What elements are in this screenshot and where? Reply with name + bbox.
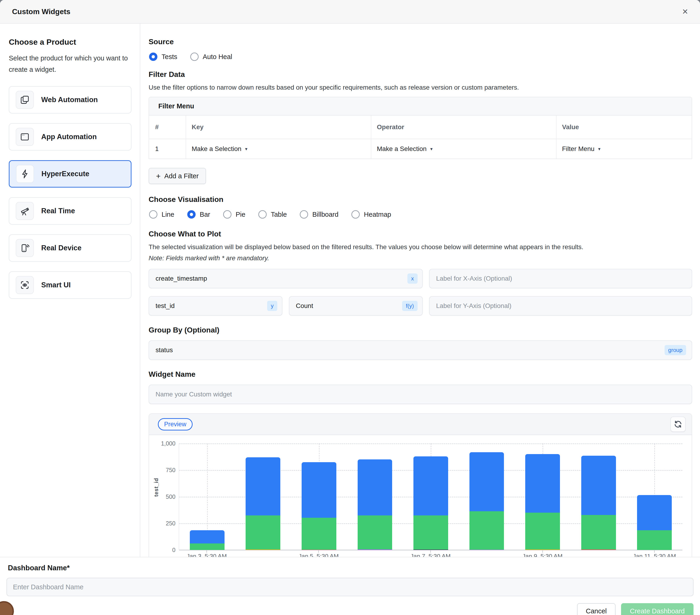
filter-column-header: Key <box>186 115 371 139</box>
windows-stack-icon <box>16 91 34 109</box>
bar-slot <box>403 443 459 550</box>
chevron-down-icon: ▾ <box>245 146 248 152</box>
radio-selected-icon <box>187 210 196 219</box>
refresh-icon <box>674 420 682 428</box>
filter-column-header: Value <box>557 115 692 139</box>
source-radio-auto-heal[interactable]: Auto Heal <box>190 52 232 61</box>
stacked-bar-jan-10[interactable] <box>581 456 616 550</box>
y-tick-label: 0 <box>152 547 175 553</box>
product-label: Real Time <box>41 207 75 215</box>
bar-segment-queued <box>525 550 560 550</box>
radio-label: Bar <box>200 211 210 218</box>
sidebar-item-app-automation[interactable]: App Automation <box>9 123 132 150</box>
group-by-title: Group By (Optional) <box>149 326 692 334</box>
preview-header: Preview <box>149 414 692 435</box>
widget-name-placeholder: Name your Custom widget <box>155 391 232 398</box>
value-select[interactable]: Filter Menu▾ <box>562 145 600 152</box>
visualisation-radio-pie[interactable]: Pie <box>223 210 245 219</box>
widget-name-input[interactable]: Name your Custom widget <box>149 385 692 404</box>
operator-select[interactable]: Make a Selection▾ <box>377 145 433 152</box>
radio-label: Billboard <box>312 211 338 218</box>
add-filter-button[interactable]: + Add a Filter <box>149 168 206 184</box>
refresh-button[interactable] <box>670 417 686 432</box>
modal-body: Choose a Product Select the product for … <box>0 24 700 557</box>
aggregate-function-field[interactable]: Count f(y) <box>289 296 423 316</box>
x-tick-label: Jan 11, 5:30 AM <box>633 553 676 557</box>
visualisation-radio-billboard[interactable]: Billboard <box>300 210 338 219</box>
radio-unselected-icon <box>351 210 360 219</box>
bar-slot <box>347 443 403 550</box>
stacked-bar-jan-7[interactable] <box>413 456 448 550</box>
widget-form: Source TestsAuto Heal Filter Data Use th… <box>140 24 700 557</box>
visualisation-radio-line[interactable]: Line <box>149 210 174 219</box>
filter-table: Filter Menu #KeyOperatorValue 1Make a Se… <box>149 97 692 159</box>
filter-column-header: # <box>149 115 186 139</box>
modal-title: Custom Widgets <box>12 8 70 16</box>
sidebar-item-real-device[interactable]: Real Device <box>9 234 132 262</box>
stacked-bar-jan-3[interactable] <box>190 530 225 550</box>
key-select[interactable]: Make a Selection▾ <box>192 145 248 152</box>
stacked-bar-jan-9[interactable] <box>525 454 560 550</box>
visualisation-radio-heatmap[interactable]: Heatmap <box>351 210 391 219</box>
chevron-down-icon: ▾ <box>430 146 433 152</box>
product-label: HyperExecute <box>41 170 89 178</box>
radio-label: Auto Heal <box>203 53 232 61</box>
cancel-button[interactable]: Cancel <box>577 603 615 615</box>
widget-name-title: Widget Name <box>149 370 692 379</box>
preview-card: Preview 02505007501,000Jan 3, 5:30 AMJan… <box>149 413 692 557</box>
bar-slot <box>235 443 291 550</box>
bar-segment-passed <box>470 452 504 511</box>
source-title: Source <box>149 37 692 46</box>
group-by-field[interactable]: status group <box>149 340 692 360</box>
x-axis-field[interactable]: create_timestamp x <box>149 269 423 288</box>
preview-chip[interactable]: Preview <box>158 418 192 430</box>
bar-slot <box>179 443 235 550</box>
plot-fields: create_timestamp x Label for X-Axis (Opt… <box>149 269 692 316</box>
create-dashboard-button[interactable]: Create Dashboard <box>621 603 693 615</box>
radio-label: Pie <box>236 211 245 218</box>
visualisation-radio-table[interactable]: Table <box>258 210 287 219</box>
close-icon[interactable]: × <box>682 7 688 16</box>
sidebar-item-web-automation[interactable]: Web Automation <box>9 86 132 113</box>
stacked-bar-jan-5[interactable] <box>302 462 336 550</box>
sidebar-item-hyperexecute[interactable]: HyperExecute <box>9 160 132 187</box>
plot-area <box>179 443 683 550</box>
x-tick-label: Jan 5, 5:30 AM <box>299 553 339 557</box>
visualisation-title: Choose Visualisation <box>149 195 692 204</box>
source-radio-tests[interactable]: Tests <box>149 52 177 61</box>
stacked-bar-jan-8[interactable] <box>470 452 504 550</box>
dashboard-name-input[interactable]: Enter Dashboard Name <box>7 578 693 596</box>
chart-area: 02505007501,000Jan 3, 5:30 AMJan 5, 5:30… <box>149 435 692 557</box>
radio-selected-icon <box>149 52 158 61</box>
bar-segment-running <box>470 550 504 550</box>
filter-menu-header: Filter Menu <box>149 97 692 115</box>
y-axis-label-input[interactable]: Label for Y-Axis (Optional) <box>429 296 692 316</box>
bar-segment-passed <box>190 530 225 544</box>
app-window-icon <box>16 128 34 146</box>
x-axis-field-value: create_timestamp <box>155 275 207 282</box>
dashboard-footer: Dashboard Name* Enter Dashboard Name Can… <box>0 557 700 615</box>
y-axis-field[interactable]: test_id y <box>149 296 283 316</box>
product-label: Real Device <box>41 244 82 252</box>
filter-column-header: Operator <box>371 115 557 139</box>
x-axis-label-input[interactable]: Label for X-Axis (Optional) <box>429 269 692 288</box>
x-axis-label-placeholder: Label for X-Axis (Optional) <box>436 275 512 282</box>
plot-note: Note: Fields marked with * are mandatory… <box>149 255 692 262</box>
y-axis-title: test_id <box>153 478 160 497</box>
eye-scan-icon <box>16 276 34 294</box>
bar-segment-passed <box>525 454 560 513</box>
stacked-bar-jan-6[interactable] <box>358 459 392 550</box>
radio-unselected-icon <box>223 210 232 219</box>
bar-segment-passed <box>581 456 616 515</box>
dashboard-name-placeholder: Enter Dashboard Name <box>13 583 84 591</box>
telescope-icon <box>16 202 34 220</box>
sidebar-item-smart-ui[interactable]: Smart UI <box>9 271 132 299</box>
visualisation-radio-bar[interactable]: Bar <box>187 210 210 219</box>
bar-segment-completed <box>413 550 448 550</box>
plus-icon: + <box>156 172 161 180</box>
bar-segment-queued <box>246 550 280 550</box>
sidebar-item-real-time[interactable]: Real Time <box>9 197 132 225</box>
stacked-bar-jan-11[interactable] <box>637 495 672 550</box>
filter-data-title: Filter Data <box>149 70 692 79</box>
stacked-bar-jan-4[interactable] <box>246 457 280 550</box>
